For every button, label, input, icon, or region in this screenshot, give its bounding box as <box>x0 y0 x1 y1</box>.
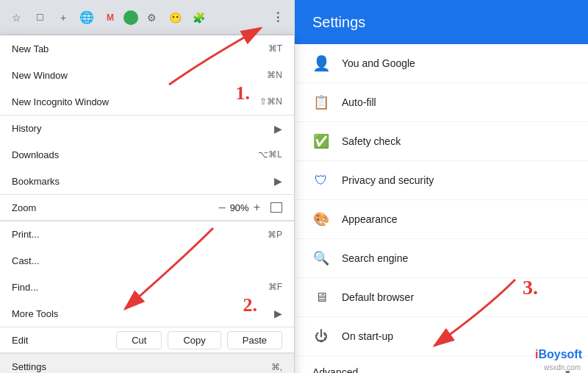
settings-item-autofill[interactable]: 📋 Auto-fill <box>295 83 588 122</box>
edit-label: Edit <box>12 335 110 346</box>
safety-check-icon: ✅ <box>312 132 330 150</box>
copy-button[interactable]: Copy <box>168 331 220 349</box>
menu-item-bookmarks[interactable]: Bookmarks ▶ <box>0 168 294 194</box>
new-window-shortcut: ⌘N <box>267 70 282 80</box>
menu-item-new-window[interactable]: New Window ⌘N <box>0 62 294 88</box>
zoom-plus-button[interactable]: + <box>249 199 265 216</box>
cut-button[interactable]: Cut <box>116 331 162 349</box>
advanced-label: Advanced <box>312 366 559 373</box>
default-browser-label: Default browser <box>342 291 570 303</box>
bookmarks-arrow: ▶ <box>274 175 282 187</box>
number-badge-2: 2. <box>243 294 258 316</box>
settings-item-privacy[interactable]: 🛡 Privacy and security <box>295 161 588 200</box>
bookmarks-label: Bookmarks <box>12 176 268 187</box>
settings-item-default-browser[interactable]: 🖥 Default browser <box>295 278 588 317</box>
three-dots-menu[interactable]: ⋮ <box>268 7 288 28</box>
right-panel: Settings 👤 You and Google 📋 Auto-fill ✅ … <box>294 0 588 373</box>
print-shortcut: ⌘P <box>268 230 282 240</box>
gmail-icon[interactable]: M <box>100 7 121 28</box>
zoom-minus-button[interactable]: – <box>215 199 230 216</box>
history-label: History <box>12 123 268 134</box>
startup-icon: ⏻ <box>312 327 330 345</box>
settings-item-you-google[interactable]: 👤 You and Google <box>295 44 588 83</box>
search-icon: 🔍 <box>312 249 330 267</box>
appearance-icon: 🎨 <box>312 210 330 228</box>
menu-item-more-tools[interactable]: More Tools ▶ 2. <box>0 300 294 327</box>
avatar-icon[interactable]: 😶 <box>165 7 185 28</box>
green-dot-icon[interactable] <box>123 10 138 25</box>
menu-item-history[interactable]: History ▶ <box>0 115 294 141</box>
menu-item-incognito[interactable]: New Incognito Window ⇧⌘N 1. <box>0 88 294 115</box>
new-tab-label: New Tab <box>12 43 268 54</box>
menu-item-new-tab[interactable]: New Tab ⌘T <box>0 35 294 62</box>
autofill-label: Auto-fill <box>342 96 570 108</box>
incognito-label: New Incognito Window <box>12 96 259 107</box>
settings-item-appearance[interactable]: 🎨 Appearance <box>295 200 588 239</box>
edit-row: Edit Cut Copy Paste <box>0 327 294 353</box>
cast-label: Cast... <box>12 255 282 266</box>
zoom-fullscreen-button[interactable] <box>270 202 282 213</box>
person-icon: 👤 <box>312 54 330 72</box>
star-icon[interactable]: ☆ <box>6 7 26 28</box>
chrome-dropdown-menu: New Tab ⌘T New Window ⌘N New Incognito W… <box>0 35 294 373</box>
more-tools-arrow: ▶ <box>274 308 282 319</box>
menu-item-settings[interactable]: Settings ⌘, <box>0 353 294 373</box>
safety-check-label: Safety check <box>342 135 570 147</box>
incognito-shortcut: ⇧⌘N <box>259 96 282 107</box>
settings-label: Settings <box>12 361 271 372</box>
browser-toolbar: ☆ ☐ + 🌐 M ⚙ 😶 🧩 ⋮ <box>0 0 294 35</box>
settings-header: Settings <box>295 0 588 44</box>
new-tab-shortcut: ⌘T <box>268 43 282 54</box>
iboysoft-logo: iBoysoft <box>535 348 582 361</box>
search-engine-label: Search engine <box>342 252 570 264</box>
tab-icon1[interactable]: ☐ <box>29 7 50 28</box>
startup-label: On start-up <box>342 330 570 342</box>
extension-icon[interactable]: 🧩 <box>188 7 209 28</box>
zoom-label: Zoom <box>12 202 215 213</box>
more-tools-label: More Tools <box>12 308 268 319</box>
you-google-label: You and Google <box>342 57 570 69</box>
appearance-label: Appearance <box>342 213 570 225</box>
privacy-icon: 🛡 <box>312 171 330 189</box>
menu-item-cast[interactable]: Cast... <box>0 247 294 274</box>
settings-item-safety[interactable]: ✅ Safety check <box>295 122 588 161</box>
paste-button[interactable]: Paste <box>227 331 282 349</box>
autofill-icon: 📋 <box>312 93 330 111</box>
new-tab-icon[interactable]: + <box>53 7 74 28</box>
find-label: Find... <box>12 282 268 293</box>
downloads-shortcut: ⌥⌘L <box>258 149 282 160</box>
new-window-label: New Window <box>12 70 267 81</box>
wsxdn-label: wsxdn.com <box>544 363 581 372</box>
menu-item-print[interactable]: Print... ⌘P <box>0 221 294 247</box>
find-shortcut: ⌘F <box>268 282 282 292</box>
print-label: Print... <box>12 229 268 240</box>
chrome-icon[interactable]: 🌐 <box>76 7 97 28</box>
zoom-row: Zoom – 90% + <box>0 194 294 221</box>
settings-item-search-engine[interactable]: 🔍 Search engine <box>295 239 588 278</box>
downloads-label: Downloads <box>12 149 258 160</box>
gear-icon[interactable]: ⚙ <box>141 7 162 28</box>
history-arrow: ▶ <box>274 123 282 135</box>
zoom-value: 90% <box>230 202 249 213</box>
number-badge-1: 1. <box>236 82 251 104</box>
settings-title: Settings <box>312 14 365 31</box>
browser-icon: 🖥 <box>312 288 330 306</box>
settings-shortcut: ⌘, <box>271 362 282 372</box>
left-panel: ☆ ☐ + 🌐 M ⚙ 😶 🧩 ⋮ New Tab ⌘T New Window … <box>0 0 294 373</box>
menu-item-downloads[interactable]: Downloads ⌥⌘L <box>0 141 294 168</box>
privacy-label: Privacy and security <box>342 174 570 186</box>
